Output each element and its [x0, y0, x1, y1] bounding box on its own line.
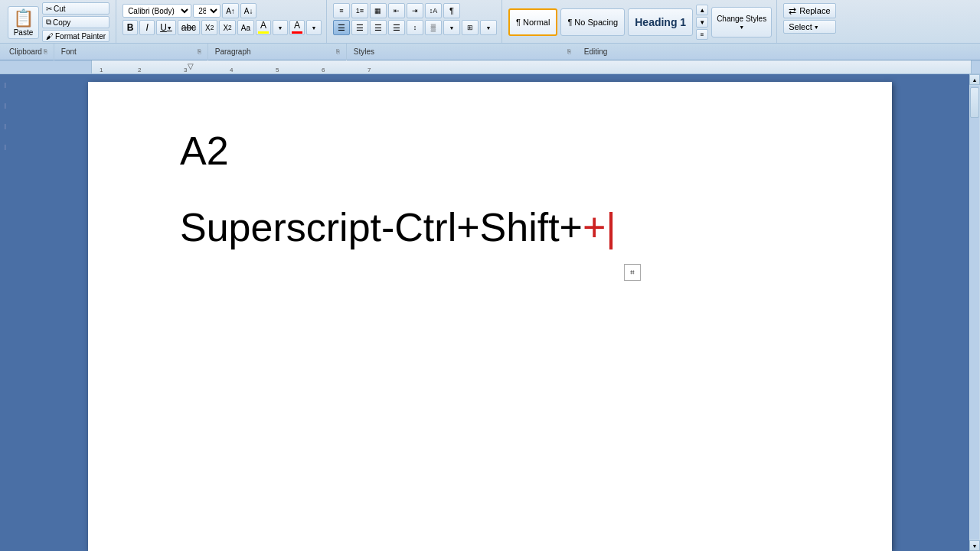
- ruler-tick: 4: [230, 67, 233, 73]
- format-painter-label: Format Painter: [55, 32, 106, 41]
- ruler-tick: 2: [138, 67, 141, 73]
- increase-font-button[interactable]: A↑: [222, 3, 239, 18]
- italic-button[interactable]: I: [139, 20, 155, 35]
- paragraph-expand-icon[interactable]: ⎘: [336, 48, 340, 55]
- select-button[interactable]: Select ▼: [783, 20, 835, 34]
- format-painter-button[interactable]: 🖌 Format Painter: [42, 30, 109, 42]
- decrease-indent-button[interactable]: ⇤: [388, 3, 405, 18]
- change-styles-button[interactable]: Change Styles ▼: [711, 7, 772, 37]
- normal-style-button[interactable]: ¶ Normal: [508, 8, 557, 36]
- borders-dropdown-icon[interactable]: ▼: [480, 20, 497, 35]
- no-spacing-style-button[interactable]: ¶ No Spacing: [560, 8, 625, 36]
- superscript-button[interactable]: X2: [219, 20, 235, 35]
- cut-button[interactable]: ✂ Cut: [42, 2, 109, 15]
- show-marks-button[interactable]: ¶: [443, 3, 460, 18]
- borders-button[interactable]: ⊞: [462, 20, 479, 35]
- sort-button[interactable]: ↕A: [425, 3, 442, 18]
- clipboard-group-label: Clipboard: [9, 47, 42, 56]
- bold-button[interactable]: B: [122, 20, 138, 35]
- scroll-down-button[interactable]: ▼: [969, 540, 980, 551]
- margin-tick-1: |: [5, 82, 6, 87]
- margin-tick-4: |: [5, 144, 6, 149]
- highlight-dropdown-icon[interactable]: ▼: [273, 20, 288, 35]
- ruler-left-margin: [0, 60, 92, 73]
- styles-expand-icon[interactable]: ⎘: [567, 48, 571, 55]
- main-area: | | | | A2 Superscript-Ctrl+Shift+ +| ⌗ …: [0, 74, 980, 551]
- ruler-tick: 6: [322, 67, 325, 73]
- paste-button[interactable]: 📋 Paste: [8, 6, 39, 39]
- font-group: Calibri (Body) 28 A↑ A↓ B I U ▼ abc: [118, 0, 327, 43]
- styles-nav-buttons: ▲ ▼ ≡: [696, 5, 708, 40]
- strikethrough-button[interactable]: abc: [178, 20, 200, 35]
- margin-tick-2: |: [5, 103, 6, 108]
- normal-style-label: ¶ Normal: [516, 18, 550, 27]
- paintbrush-icon: 🖌: [46, 32, 54, 41]
- paragraph-group-label: Paragraph: [215, 47, 251, 56]
- paste-label: Paste: [14, 28, 34, 37]
- font-color-bar: [292, 31, 302, 34]
- shading-dropdown-icon[interactable]: ▼: [443, 20, 460, 35]
- styles-expand-button[interactable]: ≡: [696, 29, 708, 40]
- styles-group: ¶ Normal ¶ No Spacing Heading 1 ▲ ▼ ≡ Ch…: [504, 0, 777, 43]
- decrease-font-button[interactable]: A↓: [240, 3, 257, 18]
- numbering-button[interactable]: 1≡: [351, 3, 368, 18]
- scroll-track: [970, 86, 979, 540]
- ribbon-group-labels: Clipboard ⎘ Font ⎘ Paragraph ⎘ Styles ⎘ …: [0, 43, 980, 60]
- heading1-label: Heading 1: [635, 16, 686, 28]
- bullets-button[interactable]: ≡: [333, 3, 350, 18]
- clipboard-label-bar: Clipboard ⎘: [3, 44, 54, 60]
- ruler-tick: 7: [368, 67, 371, 73]
- font-controls: Calibri (Body) 28 A↑ A↓ B I U ▼ abc: [122, 3, 322, 35]
- styles-scroll-up-button[interactable]: ▲: [696, 5, 708, 15]
- copy-label: Copy: [53, 18, 70, 27]
- clipboard-expand-icon[interactable]: ⎘: [44, 48, 47, 55]
- font-name-select[interactable]: Calibri (Body): [122, 4, 191, 18]
- paste-icon: 📋: [13, 8, 34, 28]
- left-margin-bar: | | | |: [0, 74, 11, 551]
- styles-scroll-down-button[interactable]: ▼: [696, 17, 708, 28]
- font-size-select[interactable]: 28: [193, 4, 220, 18]
- document-page[interactable]: A2 Superscript-Ctrl+Shift+ +| ⌗: [88, 82, 892, 551]
- font-color-button[interactable]: A: [289, 20, 305, 35]
- justify-button[interactable]: ☰: [388, 20, 405, 35]
- select-dropdown-icon[interactable]: ▼: [814, 24, 819, 30]
- para-row-1: ≡ 1≡ ▦ ⇤ ⇥ ↕A ¶: [333, 3, 497, 18]
- paragraph-group: ≡ 1≡ ▦ ⇤ ⇥ ↕A ¶ ☰ ☰ ☰ ☰ ↕ ▒ ▼ ⊞: [328, 0, 502, 43]
- increase-indent-button[interactable]: ⇥: [407, 3, 423, 18]
- align-left-button[interactable]: ☰: [333, 20, 350, 35]
- copy-button[interactable]: ⧉ Copy: [42, 16, 109, 28]
- ruler-scale: 1 2 3 4 5 6 7 ▽: [92, 60, 971, 73]
- clipboard-sub-buttons: ✂ Cut ⧉ Copy 🖌 Format Painter: [42, 2, 109, 42]
- line-spacing-button[interactable]: ↕: [407, 20, 423, 35]
- change-styles-label: Change Styles: [717, 15, 766, 23]
- shading-button[interactable]: ▒: [425, 20, 442, 35]
- left-indent-marker[interactable]: ▽: [188, 62, 194, 70]
- font-color-dropdown-icon[interactable]: ▼: [306, 20, 322, 35]
- autocorrect-popup[interactable]: ⌗: [624, 264, 641, 281]
- editing-label-bar: Editing: [578, 44, 639, 60]
- scroll-up-button[interactable]: ▲: [969, 74, 980, 85]
- underline-button[interactable]: U ▼: [156, 20, 176, 35]
- no-spacing-label: ¶ No Spacing: [567, 18, 618, 27]
- highlight-button[interactable]: A: [256, 20, 271, 35]
- editing-controls: ⇄ Replace Select ▼: [783, 3, 835, 34]
- font-case-button[interactable]: Aa: [237, 20, 254, 35]
- heading1-style-button[interactable]: Heading 1: [628, 8, 693, 36]
- multilevel-button[interactable]: ▦: [370, 3, 387, 18]
- ruler-right-margin: [971, 60, 980, 73]
- change-styles-dropdown-icon[interactable]: ▼: [739, 24, 744, 30]
- select-label: Select: [789, 22, 812, 31]
- align-right-button[interactable]: ☰: [370, 20, 387, 35]
- align-center-button[interactable]: ☰: [351, 20, 368, 35]
- replace-button[interactable]: ⇄ Replace: [783, 3, 835, 18]
- underline-dropdown-icon[interactable]: ▼: [167, 25, 172, 31]
- ribbon: 📋 Paste ✂ Cut ⧉ Copy 🖌 Format Painter: [0, 0, 980, 60]
- subscript-button[interactable]: X2: [201, 20, 217, 35]
- ribbon-toolbar: 📋 Paste ✂ Cut ⧉ Copy 🖌 Format Painter: [0, 0, 980, 43]
- scroll-thumb[interactable]: [970, 87, 979, 118]
- right-scrollbar: ▲ ▼: [969, 74, 980, 551]
- ruler: 1 2 3 4 5 6 7 ▽: [0, 60, 980, 74]
- document-line-2: Superscript-Ctrl+Shift+ +| ⌗: [180, 204, 800, 250]
- editing-group-label: Editing: [584, 47, 608, 56]
- font-expand-icon[interactable]: ⎘: [198, 48, 201, 55]
